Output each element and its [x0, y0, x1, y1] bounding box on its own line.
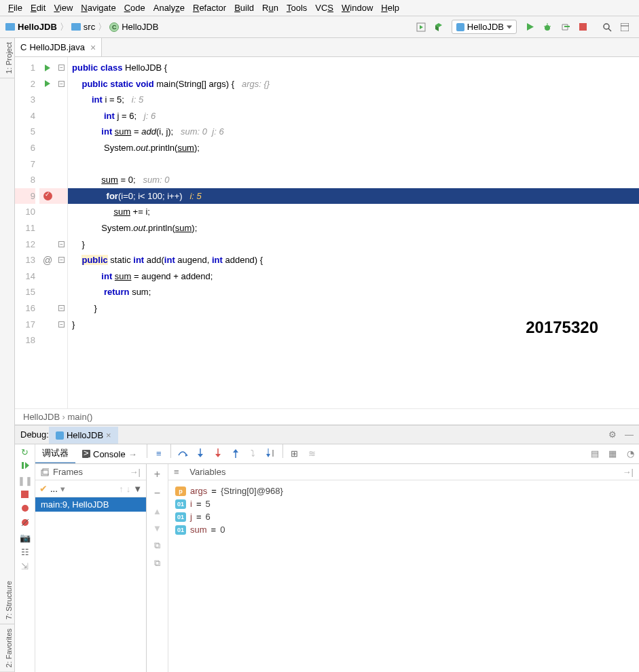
- project-tool-button[interactable]: 1: Project: [0, 38, 14, 78]
- project-icon: [5, 23, 15, 31]
- variable-row[interactable]: pargs = {String[0]@968}: [175, 484, 632, 497]
- breadcrumb-root[interactable]: HelloJDB: [18, 22, 57, 32]
- fold-icon[interactable]: −: [58, 65, 65, 71]
- attach-button[interactable]: [558, 20, 572, 35]
- fold-icon[interactable]: −: [58, 321, 65, 328]
- favorites-tool-button[interactable]: 2: Favorites: [0, 624, 14, 672]
- menu-view[interactable]: View: [54, 3, 73, 13]
- stop-button[interactable]: [575, 20, 590, 35]
- run-to-cursor-icon[interactable]: [262, 444, 280, 462]
- variable-row[interactable]: 01i = 5: [175, 497, 632, 510]
- code-content[interactable]: public class HelloJDB { public static vo…: [68, 57, 639, 408]
- hide-icon[interactable]: —: [625, 429, 634, 440]
- stack-frame[interactable]: main:9, HelloJDB: [35, 497, 146, 512]
- layout-icon[interactable]: ▤: [586, 444, 604, 462]
- run-configuration-dropdown[interactable]: HelloJDB: [452, 20, 517, 34]
- drop-frame-icon[interactable]: ⤵: [244, 444, 262, 462]
- svg-rect-13: [56, 431, 64, 440]
- var-badge-icon: 01: [175, 525, 186, 535]
- menu-code[interactable]: Code: [124, 3, 145, 13]
- memory-icon[interactable]: ◔: [621, 444, 639, 462]
- menu-file[interactable]: File: [8, 3, 22, 13]
- menu-window[interactable]: Window: [342, 3, 373, 13]
- mute-breakpoints-icon[interactable]: [21, 518, 29, 529]
- rerun-icon[interactable]: ↻: [21, 447, 29, 457]
- gear-icon[interactable]: ⚙: [608, 429, 617, 440]
- menu-vcs[interactable]: VCS: [315, 3, 333, 13]
- next-frame-icon[interactable]: ↓: [126, 484, 131, 494]
- step-out-icon[interactable]: [227, 444, 244, 462]
- debugger-tab[interactable]: 调试器: [35, 444, 75, 463]
- breadcrumb-file[interactable]: HelloJDB: [122, 22, 158, 32]
- fold-icon[interactable]: −: [58, 257, 65, 263]
- class-icon: C: [109, 22, 119, 32]
- menu-run[interactable]: Run: [262, 3, 278, 13]
- pin-icon[interactable]: ⇲: [21, 561, 29, 571]
- remove-watch-icon[interactable]: −: [154, 487, 160, 499]
- editor-tab[interactable]: C HelloJDB.java ×: [15, 38, 102, 56]
- step-into-icon[interactable]: [191, 444, 209, 462]
- debug-button[interactable]: [540, 20, 555, 35]
- nav-method[interactable]: main(): [67, 412, 92, 422]
- structure-tool-button[interactable]: 7: Structure: [0, 577, 14, 624]
- menu-navigate[interactable]: Navigate: [81, 3, 115, 13]
- up-icon[interactable]: ▲: [153, 506, 162, 516]
- menu-tools[interactable]: Tools: [287, 3, 307, 13]
- menu-edit[interactable]: Edit: [31, 3, 45, 13]
- fold-icon[interactable]: −: [58, 81, 65, 87]
- nav-class[interactable]: HelloJDB: [23, 412, 60, 422]
- settings-layout-icon[interactable]: ☷: [21, 547, 29, 557]
- svg-marker-15: [25, 462, 29, 469]
- var-badge-icon: 01: [175, 499, 186, 509]
- variable-row[interactable]: 01sum = 0: [175, 523, 632, 536]
- close-icon[interactable]: ×: [106, 430, 111, 440]
- prev-frame-icon[interactable]: ↑: [119, 484, 124, 494]
- link-icon[interactable]: ⧉: [154, 558, 160, 569]
- debug-session-tab[interactable]: HelloJDB ×: [49, 425, 118, 444]
- menu-help[interactable]: Help: [381, 3, 399, 13]
- show-execution-point-icon[interactable]: ≡: [150, 444, 168, 462]
- run-with-coverage-icon[interactable]: [414, 20, 428, 35]
- override-icon: @: [43, 255, 52, 266]
- layout-icon[interactable]: [617, 20, 632, 35]
- variable-row[interactable]: 01j = 6: [175, 510, 632, 523]
- add-watch-icon[interactable]: +: [154, 468, 160, 480]
- camera-icon[interactable]: 📷: [20, 533, 31, 543]
- menu-analyze[interactable]: Analyze: [153, 3, 185, 13]
- force-step-into-icon[interactable]: [209, 444, 227, 462]
- step-over-icon[interactable]: [174, 444, 191, 462]
- svg-line-6: [544, 26, 545, 27]
- resume-icon[interactable]: [21, 461, 29, 472]
- evaluate-icon[interactable]: ⊞: [286, 444, 304, 462]
- layout-icon[interactable]: ▦: [604, 444, 621, 462]
- var-name: j: [190, 512, 192, 522]
- code-editor[interactable]: 123456789101112131415161718 @ − − − − −: [15, 57, 639, 408]
- thread-dropdown[interactable]: ...: [50, 484, 58, 494]
- fold-icon[interactable]: −: [58, 241, 65, 247]
- run-button[interactable]: [522, 20, 537, 35]
- folder-icon: [71, 23, 81, 31]
- left-tool-strip: 1: Project 7: Structure 2: Favorites: [0, 38, 15, 672]
- stop-icon[interactable]: [21, 490, 29, 500]
- copy-icon[interactable]: ⧉: [154, 540, 160, 551]
- search-icon[interactable]: [600, 20, 615, 35]
- svg-line-7: [549, 26, 551, 27]
- chevron-down-icon[interactable]: ▾: [60, 484, 65, 494]
- trace-icon[interactable]: ≋: [304, 444, 321, 462]
- breadcrumb-src[interactable]: src: [84, 22, 95, 32]
- filter-icon[interactable]: ▼: [133, 484, 142, 494]
- menu-build[interactable]: Build: [234, 3, 254, 13]
- view-breakpoints-icon[interactable]: [21, 504, 29, 514]
- restore-icon[interactable]: →|: [623, 467, 634, 477]
- run-line-icon[interactable]: [45, 80, 50, 87]
- breakpoint-icon[interactable]: [43, 192, 52, 200]
- restore-icon[interactable]: →|: [130, 467, 141, 477]
- pause-icon[interactable]: ❚❚: [18, 476, 33, 486]
- run-line-icon[interactable]: [45, 65, 50, 71]
- close-icon[interactable]: ×: [90, 42, 96, 53]
- build-icon[interactable]: [431, 20, 446, 35]
- down-icon[interactable]: ▼: [153, 523, 162, 533]
- console-tab[interactable]: >_ Console →: [75, 444, 144, 463]
- fold-icon[interactable]: −: [58, 305, 65, 311]
- menu-refactor[interactable]: Refactor: [193, 3, 226, 13]
